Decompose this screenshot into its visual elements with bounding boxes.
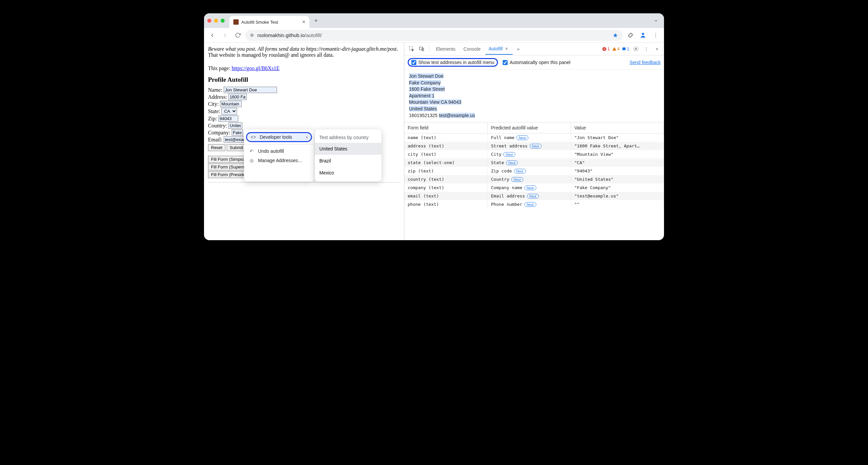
country-input[interactable] — [228, 122, 242, 129]
tab-console[interactable]: Console — [460, 44, 484, 54]
country-label: Country: — [208, 123, 227, 129]
ctx-separator — [244, 144, 314, 144]
cell-predicted: Stateheur — [488, 158, 571, 167]
menu-button[interactable]: ⋮ — [651, 30, 661, 40]
table-row: country (text)Countryheur"United States" — [404, 175, 664, 183]
cell-form-field: email (text) — [404, 192, 488, 200]
submit-button[interactable]: Submit — [227, 144, 246, 151]
maximize-window-button[interactable] — [221, 19, 225, 23]
company-label: Company: — [208, 130, 230, 136]
name-input[interactable] — [224, 87, 277, 93]
ctx-developer-tools[interactable]: <> Developer tools › — [246, 132, 312, 142]
show-test-input[interactable] — [411, 60, 416, 65]
cell-predicted: Company nameheur — [488, 183, 571, 192]
city-label: City: — [208, 101, 219, 107]
heur-badge: heur — [503, 152, 515, 157]
new-tab-button[interactable]: + — [311, 16, 321, 25]
table-row: address (text)Street addressheur"1600 Fa… — [404, 142, 664, 150]
close-tab-icon[interactable]: × — [504, 46, 509, 51]
cell-predicted: Phone numberheur — [488, 200, 571, 208]
submenu-title: Test address by country — [315, 132, 381, 143]
svg-rect-5 — [622, 47, 625, 50]
chrome-icon: ◎ — [249, 158, 255, 163]
site-settings-icon[interactable]: ⚙ — [250, 33, 254, 38]
minimize-window-button[interactable] — [214, 19, 218, 23]
browser-tab[interactable]: Autofill Smoke Test × — [229, 16, 309, 28]
cell-form-field: state (select-one) — [404, 158, 488, 167]
devtools-panel: Elements Console Autofill × » 1 4 1 ⋮ × — [404, 43, 664, 240]
cell-predicted: Full nameheur — [488, 134, 571, 142]
settings-icon[interactable] — [631, 45, 640, 53]
cell-form-field: city (text) — [404, 150, 488, 158]
cell-predicted: Cityheur — [488, 150, 571, 158]
tab-overflow-button[interactable] — [651, 16, 661, 25]
error-badge[interactable]: 1 — [602, 47, 610, 51]
page-heading: Profile Autofill — [208, 76, 400, 83]
submenu-item-mexico[interactable]: Mexico — [315, 167, 381, 179]
ctx-manage-label: Manage Addresses… — [258, 158, 303, 163]
send-feedback-link[interactable]: Send feedback — [630, 60, 661, 65]
forward-button[interactable] — [220, 30, 230, 40]
tab-autofill[interactable]: Autofill × — [485, 43, 513, 55]
reload-button[interactable] — [232, 30, 243, 40]
heur-badge: heur — [506, 161, 518, 165]
ctx-manage-addresses[interactable]: ◎ Manage Addresses… — [244, 156, 314, 165]
state-label: State: — [208, 109, 220, 114]
cell-value: "94043" — [571, 167, 664, 175]
name-label: Name: — [208, 87, 222, 93]
heur-badge: heur — [527, 194, 539, 199]
addr-line-7a: 16019521325 — [409, 113, 439, 118]
addr-line-2: Fake Company — [409, 80, 441, 85]
bookmark-icon[interactable]: ★ — [613, 32, 618, 39]
back-button[interactable] — [207, 30, 217, 40]
cell-form-field: name (text) — [404, 134, 488, 142]
submenu-item-brazil[interactable]: Brazil — [315, 155, 381, 167]
close-tab-button[interactable]: × — [302, 19, 305, 25]
ctx-undo-autofill[interactable]: ↶ Undo autofill — [244, 146, 314, 156]
info-badge[interactable]: 1 — [622, 47, 629, 51]
tab-title: Autofill Smoke Test — [241, 20, 300, 25]
close-window-button[interactable] — [207, 19, 211, 23]
email-label: Email: — [208, 137, 222, 143]
window-controls — [207, 19, 225, 23]
warning-badge[interactable]: 4 — [612, 47, 620, 51]
cell-value: "Mountain View" — [571, 150, 664, 158]
profile-button[interactable] — [638, 30, 648, 40]
show-test-checkbox[interactable]: Show test addresses in autofill menu — [408, 58, 498, 67]
addr-line-1: Jon Stewart Doe — [409, 74, 444, 79]
submenu-item-us[interactable]: United States — [315, 143, 381, 155]
cell-value: "Fake Company" — [571, 183, 664, 192]
thispage-link[interactable]: https://goo.gl/B6Xs1E — [232, 65, 280, 71]
company-input[interactable] — [232, 129, 243, 136]
device-toggle-icon[interactable] — [417, 45, 426, 53]
cell-predicted: Email addressheur — [488, 192, 571, 200]
chevron-right-icon: › — [306, 135, 308, 140]
cell-value: "United States" — [571, 175, 664, 183]
cell-predicted: Countryheur — [488, 175, 571, 183]
zip-label: Zip: — [208, 116, 217, 122]
table-row: state (select-one)Stateheur"CA" — [404, 158, 664, 167]
cell-form-field: country (text) — [404, 175, 488, 183]
addr-line-5: Mountain View CA 94043 — [409, 99, 461, 105]
url-host: rsolomakhin.github.io — [257, 32, 305, 38]
more-tabs-icon[interactable]: » — [514, 45, 523, 53]
table-header: Form field Predicted autofill value Valu… — [404, 122, 664, 134]
zip-input[interactable] — [218, 115, 238, 122]
close-devtools-icon[interactable]: × — [653, 45, 661, 53]
auto-open-checkbox[interactable]: Automatically open this panel — [503, 60, 570, 65]
city-input[interactable] — [220, 101, 242, 107]
cell-form-field: company (text) — [404, 183, 488, 192]
auto-open-input[interactable] — [503, 60, 508, 65]
extensions-button[interactable] — [625, 30, 636, 40]
table-row: zip (text)Zip codeheur"94043" — [404, 167, 664, 175]
reset-button[interactable]: Reset — [208, 144, 225, 151]
content-split: Beware what you post. All forms send dat… — [204, 43, 664, 240]
auto-open-label: Automatically open this panel — [510, 60, 570, 65]
inspect-icon[interactable] — [407, 45, 416, 53]
address-input[interactable] — [228, 94, 247, 100]
address-bar[interactable]: ⚙ rsolomakhin.github.io/autofill/ ★ — [245, 30, 623, 41]
kebab-icon[interactable]: ⋮ — [642, 45, 651, 53]
tab-elements[interactable]: Elements — [433, 44, 459, 54]
state-select[interactable]: CA — [221, 108, 237, 115]
devtools-table: Form field Predicted autofill value Valu… — [404, 122, 664, 208]
